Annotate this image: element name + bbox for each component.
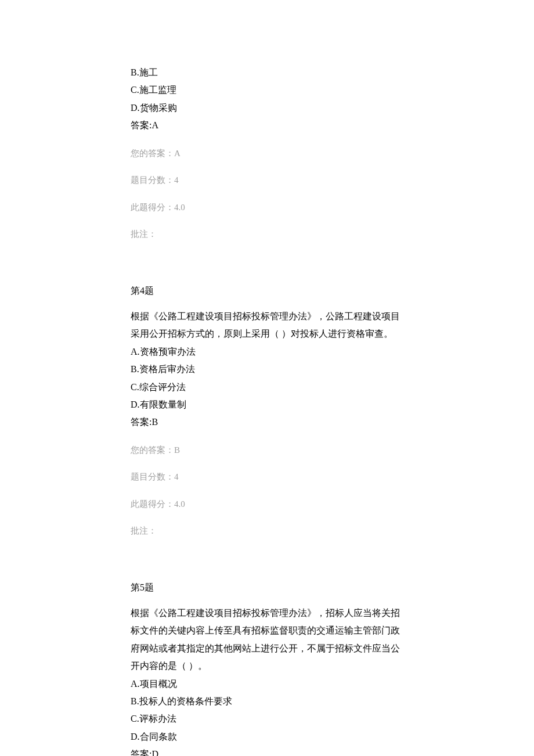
option-d: D.合同条款: [131, 728, 403, 746]
option-b: B.投标人的资格条件要求: [131, 693, 403, 710]
option-c: C.施工监理: [131, 81, 403, 99]
option-c: C.综合评分法: [131, 379, 403, 396]
question-3-meta: 您的答案：A 题目分数：4 此题得分：4.0 批注：: [131, 145, 403, 243]
question-4-number: 第4题: [131, 282, 403, 300]
full-score: 题目分数：4: [131, 469, 403, 485]
comment-label: 批注：: [131, 226, 403, 243]
answer-label: 答案:A: [131, 117, 403, 134]
got-score: 此题得分：4.0: [131, 199, 403, 216]
option-d: D.有限数量制: [131, 396, 403, 413]
your-answer: 您的答案：A: [131, 145, 403, 162]
answer-label: 答案:B: [131, 413, 403, 431]
got-score: 此题得分：4.0: [131, 496, 403, 513]
question-5-body: 根据《公路工程建设项目招标投标管理办法》，招标人应当将关招标文件的关键内容上传至…: [131, 604, 403, 756]
option-a: A.项目概况: [131, 675, 403, 693]
question-4-body: 根据《公路工程建设项目招标投标管理办法》，公路工程建设项目采用公开招标方式的，原…: [131, 308, 403, 431]
your-answer: 您的答案：B: [131, 442, 403, 459]
question-4-meta: 您的答案：B 题目分数：4 此题得分：4.0 批注：: [131, 442, 403, 539]
question-3-body: B.施工 C.施工监理 D.货物采购 答案:A: [131, 64, 403, 135]
question-5-number: 第5题: [131, 579, 403, 596]
option-a: A.资格预审办法: [131, 343, 403, 361]
option-b: B.资格后审办法: [131, 361, 403, 378]
option-c: C.评标办法: [131, 710, 403, 728]
answer-label: 答案:D: [131, 746, 403, 756]
full-score: 题目分数：4: [131, 172, 403, 189]
option-b: B.施工: [131, 64, 403, 81]
question-stem: 根据《公路工程建设项目招标投标管理办法》，招标人应当将关招标文件的关键内容上传至…: [131, 604, 403, 675]
comment-label: 批注：: [131, 523, 403, 539]
option-d: D.货物采购: [131, 99, 403, 117]
question-stem: 根据《公路工程建设项目招标投标管理办法》，公路工程建设项目采用公开招标方式的，原…: [131, 308, 403, 343]
